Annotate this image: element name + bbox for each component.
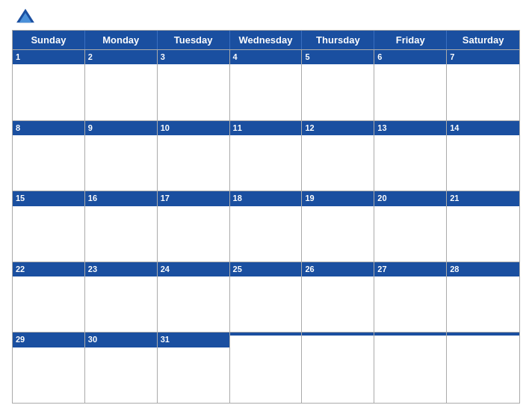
day-cell-21: 21 (447, 191, 519, 262)
day-cell-2: 2 (85, 50, 158, 120)
day-number-23: 23 (85, 262, 157, 276)
day-cell-4: 4 (230, 50, 303, 120)
cell-content (447, 64, 519, 120)
day-cell-12: 12 (302, 121, 374, 191)
header-tuesday: Tuesday (158, 31, 230, 49)
day-number-24: 24 (158, 262, 229, 276)
day-cell-22: 22 (13, 262, 85, 333)
day-cell-20: 20 (374, 191, 447, 262)
header-saturday: Saturday (447, 31, 519, 49)
day-cell-3: 3 (158, 50, 230, 120)
day-number-21: 21 (447, 191, 519, 206)
calendar-header-row: Sunday Monday Tuesday Wednesday Thursday… (13, 31, 519, 49)
day-cell-16: 16 (85, 191, 158, 262)
cell-content (447, 206, 519, 262)
day-number-27: 27 (374, 262, 446, 276)
cell-content (374, 336, 446, 403)
day-number-16: 16 (85, 191, 157, 206)
day-number-29: 29 (13, 333, 84, 347)
day-number-9: 9 (85, 121, 157, 135)
day-cell-23: 23 (85, 262, 158, 333)
day-number-28: 28 (447, 262, 519, 276)
day-cell-31: 31 (158, 333, 230, 403)
cell-content (85, 347, 157, 403)
header-friday: Friday (374, 31, 447, 49)
cell-content (13, 64, 84, 120)
cell-content (13, 135, 84, 191)
cell-content (13, 347, 84, 403)
logo (15, 7, 82, 25)
day-number-25: 25 (230, 262, 302, 276)
day-cell-7: 7 (447, 50, 519, 120)
day-number-22: 22 (13, 262, 84, 276)
day-number-8: 8 (13, 121, 84, 135)
day-number-12: 12 (302, 121, 374, 135)
header-sunday: Sunday (13, 31, 85, 49)
day-cell-30: 30 (85, 333, 158, 403)
day-cell-25: 25 (230, 262, 303, 333)
cell-content (230, 276, 302, 332)
cell-content (230, 206, 302, 262)
cell-content (374, 276, 446, 332)
day-number-4: 4 (230, 50, 302, 64)
day-cell-29: 29 (13, 333, 85, 403)
calendar-body: 1234567891011121314151617181920212223242… (13, 49, 519, 403)
logo-icon (15, 7, 36, 24)
day-cell-28: 28 (447, 262, 519, 333)
cell-content (230, 336, 302, 403)
cell-content (158, 347, 229, 403)
cell-content (374, 206, 446, 262)
cell-content (85, 64, 157, 120)
day-cell-15: 15 (13, 191, 85, 262)
cell-content (447, 135, 519, 191)
header-monday: Monday (85, 31, 158, 49)
day-number-20: 20 (374, 191, 446, 206)
header-wednesday: Wednesday (230, 31, 303, 49)
cell-content (158, 276, 229, 332)
day-cell-10: 10 (158, 121, 230, 191)
day-number-7: 7 (447, 50, 519, 64)
day-number-3: 3 (158, 50, 229, 64)
day-cell-14: 14 (447, 121, 519, 191)
day-cell-9: 9 (85, 121, 158, 191)
day-number-18: 18 (230, 191, 302, 206)
cell-content (302, 64, 374, 120)
cell-content (230, 64, 302, 120)
cell-content (13, 276, 84, 332)
day-cell-empty-4-5 (374, 333, 447, 403)
day-number-31: 31 (158, 333, 229, 347)
week-row-5: 293031 (13, 332, 519, 403)
day-number-14: 14 (447, 121, 519, 135)
cell-content (447, 336, 519, 403)
day-cell-13: 13 (374, 121, 447, 191)
day-cell-empty-4-6 (447, 333, 519, 403)
day-cell-18: 18 (230, 191, 303, 262)
header-thursday: Thursday (302, 31, 374, 49)
week-row-2: 891011121314 (13, 120, 519, 191)
header (12, 7, 520, 25)
cell-content (85, 135, 157, 191)
cell-content (302, 206, 374, 262)
day-number-17: 17 (158, 191, 229, 206)
cell-content (158, 64, 229, 120)
cell-content (302, 336, 374, 403)
day-cell-19: 19 (302, 191, 374, 262)
calendar: Sunday Monday Tuesday Wednesday Thursday… (12, 30, 520, 404)
day-cell-24: 24 (158, 262, 230, 333)
day-cell-5: 5 (302, 50, 374, 120)
week-row-4: 22232425262728 (13, 262, 519, 333)
day-number-1: 1 (13, 50, 84, 64)
day-number-30: 30 (85, 333, 157, 347)
day-cell-17: 17 (158, 191, 230, 262)
cell-content (374, 64, 446, 120)
day-number-10: 10 (158, 121, 229, 135)
day-cell-26: 26 (302, 262, 374, 333)
day-number-19: 19 (302, 191, 374, 206)
cell-content (230, 135, 302, 191)
cell-content (374, 135, 446, 191)
day-cell-8: 8 (13, 121, 85, 191)
day-number-5: 5 (302, 50, 374, 64)
cell-content (158, 206, 229, 262)
day-number-15: 15 (13, 191, 84, 206)
day-number-2: 2 (85, 50, 157, 64)
